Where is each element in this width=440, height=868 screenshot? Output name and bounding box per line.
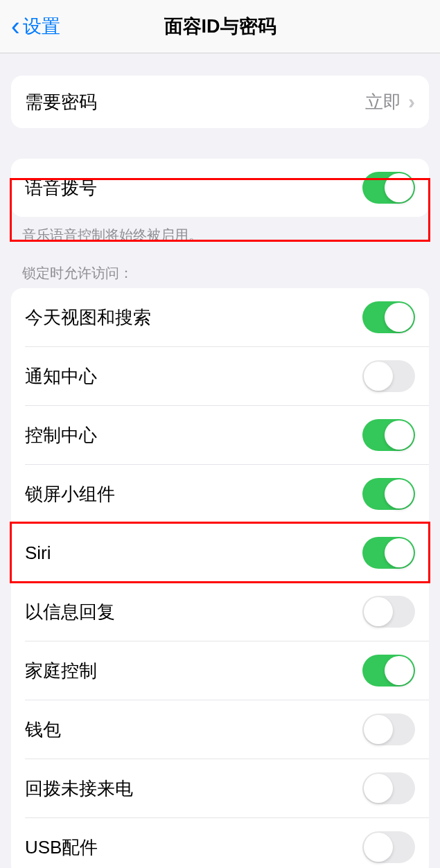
- toggle-knob: [364, 362, 393, 391]
- voice-dial-row: 语音拨号: [11, 159, 429, 217]
- voice-dial-group: 语音拨号: [11, 159, 429, 217]
- require-passcode-group: 需要密码 立即 ›: [11, 76, 429, 128]
- voice-dial-toggle[interactable]: [362, 172, 415, 204]
- lock-access-toggle[interactable]: [362, 419, 415, 451]
- lock-access-label: 钱包: [25, 718, 61, 742]
- lock-access-row: 家庭控制: [25, 641, 429, 700]
- require-passcode-row[interactable]: 需要密码 立即 ›: [11, 76, 429, 128]
- voice-dial-label: 语音拨号: [25, 176, 97, 200]
- toggle-knob: [364, 774, 393, 803]
- toggle-knob: [364, 715, 393, 744]
- lock-access-row: 今天视图和搜索: [11, 288, 429, 346]
- lock-access-row: 以信息回复: [25, 582, 429, 641]
- lock-access-row: USB配件: [25, 817, 429, 868]
- detail-wrap: 立即 ›: [365, 90, 415, 114]
- lock-access-row: 通知中心: [25, 346, 429, 405]
- lock-access-toggle[interactable]: [362, 537, 415, 569]
- lock-access-toggle[interactable]: [362, 360, 415, 392]
- lock-access-label: 回拨未接来电: [25, 777, 133, 801]
- toggle-knob: [364, 597, 393, 626]
- lock-access-toggle[interactable]: [362, 772, 415, 804]
- back-label: 设置: [23, 14, 60, 39]
- lock-access-toggle[interactable]: [362, 714, 415, 745]
- toggle-knob: [385, 479, 414, 508]
- require-passcode-value: 立即: [365, 90, 401, 114]
- lock-access-label: 控制中心: [25, 423, 97, 448]
- lock-access-label: 家庭控制: [25, 659, 97, 683]
- toggle-knob: [385, 538, 414, 567]
- toggle-knob: [385, 656, 414, 685]
- toggle-knob: [385, 303, 414, 332]
- lock-access-row: 锁屏小组件: [25, 464, 429, 523]
- page-title: 面容ID与密码: [164, 14, 276, 39]
- require-passcode-label: 需要密码: [25, 90, 97, 114]
- voice-dial-footer: 音乐语音控制将始终被启用。: [0, 217, 440, 245]
- lock-access-toggle[interactable]: [362, 478, 415, 510]
- lock-access-row: Siri: [25, 523, 429, 582]
- lock-access-toggle[interactable]: [362, 831, 415, 863]
- lock-access-label: 以信息回复: [25, 600, 115, 624]
- nav-header: ‹ 设置 面容ID与密码: [0, 0, 440, 53]
- back-button[interactable]: ‹ 设置: [0, 13, 60, 39]
- lock-access-label: 锁屏小组件: [25, 482, 115, 506]
- lock-access-label: 今天视图和搜索: [25, 305, 151, 330]
- lock-access-toggle[interactable]: [362, 655, 415, 687]
- toggle-knob: [385, 420, 414, 450]
- lock-access-group: 今天视图和搜索通知中心控制中心锁屏小组件Siri以信息回复家庭控制钱包回拨未接来…: [11, 288, 429, 868]
- lock-access-toggle[interactable]: [362, 596, 415, 628]
- lock-access-label: USB配件: [25, 835, 98, 860]
- lock-access-label: 通知中心: [25, 364, 97, 389]
- toggle-knob: [364, 833, 393, 862]
- lock-access-toggle[interactable]: [362, 301, 415, 333]
- chevron-right-icon: ›: [408, 90, 415, 114]
- lock-access-row: 回拨未接来电: [25, 759, 429, 817]
- toggle-knob: [385, 173, 414, 202]
- chevron-left-icon: ‹: [11, 13, 20, 39]
- lock-access-row: 钱包: [25, 700, 429, 759]
- lock-access-label: Siri: [25, 542, 51, 564]
- lock-access-header: 锁定时允许访问：: [0, 245, 440, 288]
- lock-access-row: 控制中心: [25, 405, 429, 464]
